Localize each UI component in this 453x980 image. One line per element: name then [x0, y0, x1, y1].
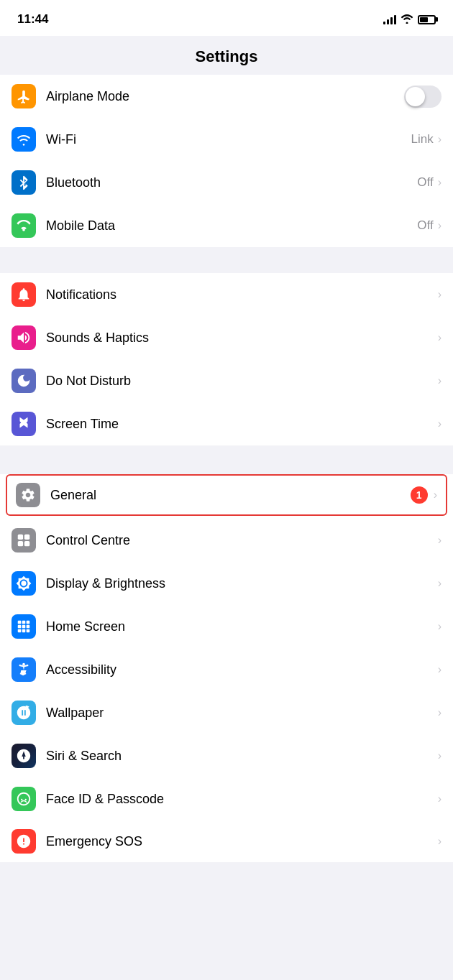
- svg-rect-11: [22, 629, 26, 633]
- emergency-sos-label: Emergency SOS: [46, 834, 438, 849]
- svg-rect-4: [18, 621, 22, 624]
- display-brightness-chevron: ›: [438, 577, 441, 590]
- system-group-2: General 1 › Control Centre › Display & B…: [0, 474, 453, 862]
- status-time: 11:44: [17, 12, 48, 27]
- general-icon-wrap: [16, 483, 40, 507]
- wifi-value: Link: [411, 132, 433, 147]
- emergency-sos-chevron: ›: [438, 835, 441, 848]
- general-row[interactable]: General 1 ›: [6, 474, 447, 516]
- wifi-chevron: ›: [438, 133, 441, 146]
- svg-rect-10: [18, 629, 22, 633]
- svg-rect-9: [27, 625, 30, 629]
- notifications-row[interactable]: Notifications ›: [0, 273, 453, 316]
- do-not-disturb-chevron: ›: [438, 374, 441, 387]
- siri-search-row[interactable]: Siri & Search ›: [0, 734, 453, 777]
- sounds-icon-wrap: [12, 325, 36, 350]
- battery-icon: [418, 15, 436, 24]
- siri-icon-wrap: [12, 744, 36, 768]
- wallpaper-icon-wrap: [12, 701, 36, 725]
- airplane-mode-icon: [12, 84, 36, 108]
- accessibility-row[interactable]: Accessibility ›: [0, 648, 453, 691]
- bluetooth-icon-wrap: [12, 170, 36, 195]
- siri-search-label: Siri & Search: [46, 749, 438, 764]
- face-id-icon-wrap: [12, 787, 36, 811]
- bluetooth-value: Off: [417, 175, 433, 190]
- bluetooth-chevron: ›: [438, 176, 441, 189]
- signal-icon: [383, 14, 396, 24]
- general-badge: 1: [411, 486, 428, 504]
- airplane-mode-label: Airplane Mode: [46, 89, 404, 104]
- control-centre-row[interactable]: Control Centre ›: [0, 519, 453, 562]
- accessibility-chevron: ›: [438, 663, 441, 676]
- svg-rect-8: [22, 625, 26, 629]
- group-separator-2: [0, 445, 453, 471]
- home-screen-label: Home Screen: [46, 619, 438, 634]
- mobile-data-row[interactable]: Mobile Data Off ›: [0, 204, 453, 247]
- emergency-sos-icon-wrap: [12, 829, 36, 854]
- screen-time-label: Screen Time: [46, 417, 438, 432]
- svg-rect-2: [18, 541, 23, 546]
- svg-rect-5: [22, 621, 26, 624]
- wifi-row[interactable]: Wi-Fi Link ›: [0, 118, 453, 161]
- svg-point-13: [22, 663, 25, 666]
- control-centre-icon-wrap: [12, 528, 36, 553]
- general-chevron: ›: [434, 489, 437, 501]
- sounds-chevron: ›: [438, 331, 441, 344]
- accessibility-icon-wrap: [12, 657, 36, 682]
- bluetooth-label: Bluetooth: [46, 175, 417, 190]
- display-brightness-icon-wrap: [12, 571, 36, 596]
- wifi-icon-wrap: [12, 127, 36, 152]
- notifications-chevron: ›: [438, 288, 441, 301]
- page-header: Settings: [0, 36, 453, 75]
- status-icons: [383, 14, 436, 26]
- face-id-label: Face ID & Passcode: [46, 792, 438, 807]
- wallpaper-chevron: ›: [438, 706, 441, 719]
- accessibility-label: Accessibility: [46, 662, 438, 678]
- home-screen-chevron: ›: [438, 620, 441, 633]
- notifications-icon-wrap: [12, 282, 36, 307]
- display-brightness-row[interactable]: Display & Brightness ›: [0, 562, 453, 605]
- svg-rect-6: [27, 621, 30, 624]
- status-bar: 11:44: [0, 0, 453, 36]
- notifications-label: Notifications: [46, 287, 438, 302]
- sounds-label: Sounds & Haptics: [46, 330, 438, 346]
- mobile-data-icon-wrap: [12, 213, 36, 238]
- do-not-disturb-label: Do Not Disturb: [46, 374, 438, 389]
- connectivity-group: Airplane Mode Wi-Fi Link › Bluetooth Off…: [0, 75, 453, 247]
- system-group-1: Notifications › Sounds & Haptics › Do No…: [0, 273, 453, 445]
- mobile-data-label: Mobile Data: [46, 218, 417, 234]
- display-brightness-label: Display & Brightness: [46, 576, 438, 591]
- wallpaper-row[interactable]: Wallpaper ›: [0, 691, 453, 734]
- svg-rect-3: [24, 541, 29, 546]
- screen-time-chevron: ›: [438, 417, 441, 430]
- home-screen-icon-wrap: [12, 614, 36, 639]
- wifi-status-icon: [401, 14, 413, 26]
- page-title: Settings: [196, 47, 258, 65]
- svg-rect-7: [18, 625, 22, 629]
- do-not-disturb-icon-wrap: [12, 369, 36, 393]
- bluetooth-row[interactable]: Bluetooth Off ›: [0, 161, 453, 204]
- airplane-mode-row[interactable]: Airplane Mode: [0, 75, 453, 118]
- screen-time-icon-wrap: [12, 412, 36, 436]
- airplane-mode-toggle[interactable]: [404, 85, 441, 108]
- sounds-row[interactable]: Sounds & Haptics ›: [0, 316, 453, 359]
- wifi-label: Wi-Fi: [46, 132, 411, 147]
- mobile-data-chevron: ›: [438, 219, 441, 232]
- mobile-data-value: Off: [417, 218, 433, 233]
- wallpaper-label: Wallpaper: [46, 706, 438, 721]
- general-label: General: [50, 488, 411, 503]
- do-not-disturb-row[interactable]: Do Not Disturb ›: [0, 359, 453, 402]
- face-id-chevron: ›: [438, 792, 441, 805]
- svg-rect-0: [18, 535, 23, 540]
- control-centre-label: Control Centre: [46, 533, 438, 548]
- control-centre-chevron: ›: [438, 534, 441, 547]
- group-separator-1: [0, 247, 453, 273]
- svg-rect-12: [27, 629, 30, 633]
- screen-time-row[interactable]: Screen Time ›: [0, 402, 453, 445]
- siri-search-chevron: ›: [438, 749, 441, 762]
- home-screen-row[interactable]: Home Screen ›: [0, 605, 453, 648]
- svg-rect-1: [24, 535, 29, 540]
- emergency-sos-row[interactable]: Emergency SOS ›: [0, 820, 453, 862]
- face-id-row[interactable]: Face ID & Passcode ›: [0, 777, 453, 820]
